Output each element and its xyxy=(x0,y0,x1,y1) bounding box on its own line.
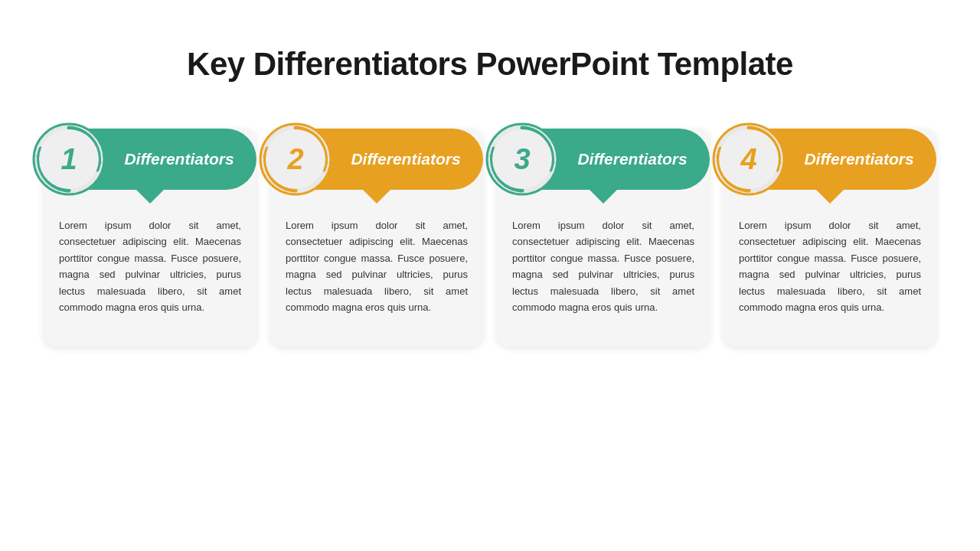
card-body-2: Lorem ipsum dolor sit amet, consectetuer… xyxy=(270,190,483,324)
card-number-1: 1 xyxy=(60,143,77,176)
card-1: 1 Differentiators Lorem ipsum dolor sit … xyxy=(44,129,256,347)
card-body-4: Lorem ipsum dolor sit amet, consectetuer… xyxy=(724,190,936,324)
card-header-4: 4 Differentiators xyxy=(724,129,936,190)
card-number-2: 2 xyxy=(287,143,303,176)
card-4: 4 Differentiators Lorem ipsum dolor sit … xyxy=(724,129,936,347)
card-number-3: 3 xyxy=(514,143,530,176)
card-number-4: 4 xyxy=(740,143,756,176)
card-2: 2 Differentiators Lorem ipsum dolor sit … xyxy=(270,129,483,347)
card-header-2: 2 Differentiators xyxy=(270,129,483,190)
card-body-3: Lorem ipsum dolor sit amet, consectetuer… xyxy=(497,190,710,324)
card-header-3: 3 Differentiators xyxy=(497,129,710,190)
card-body-1: Lorem ipsum dolor sit amet, consectetuer… xyxy=(44,190,256,324)
number-circle-3: 3 xyxy=(492,129,552,189)
page-title: Key Differentiators PowerPoint Template xyxy=(187,46,793,83)
number-circle-2: 2 xyxy=(266,129,325,189)
card-3: 3 Differentiators Lorem ipsum dolor sit … xyxy=(497,129,710,347)
card-header-1: 1 Differentiators xyxy=(44,129,256,190)
number-circle-1: 1 xyxy=(39,129,99,189)
number-circle-4: 4 xyxy=(719,129,779,189)
cards-container: 1 Differentiators Lorem ipsum dolor sit … xyxy=(38,129,942,347)
